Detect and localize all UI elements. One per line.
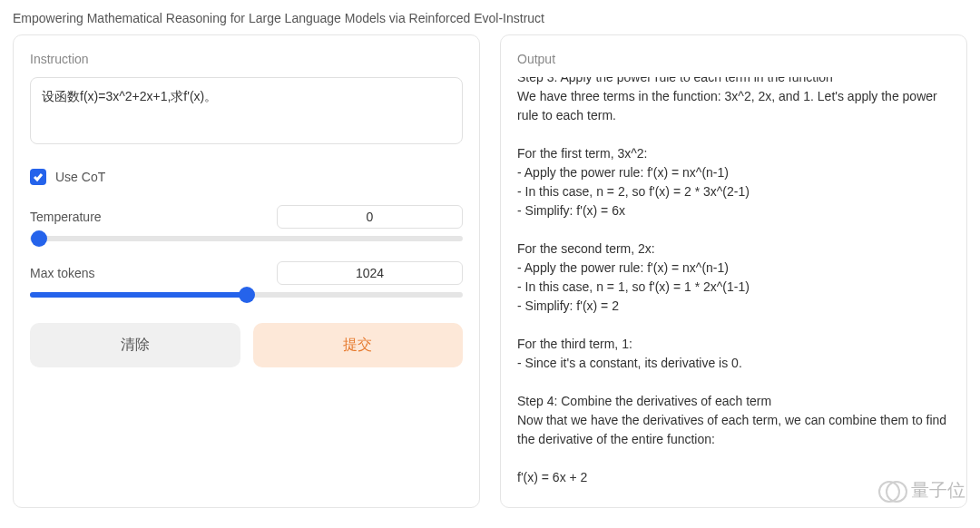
temperature-slider-thumb[interactable]	[31, 230, 47, 247]
max-tokens-slider-fill	[30, 292, 247, 298]
temperature-group: Temperature	[30, 205, 463, 241]
max-tokens-group: Max tokens	[30, 261, 463, 298]
instruction-input[interactable]	[30, 77, 463, 144]
main-container: Instruction Use CoT Temperature Max toke…	[0, 34, 980, 508]
max-tokens-label: Max tokens	[30, 266, 95, 280]
submit-button[interactable]: 提交	[253, 323, 464, 367]
input-panel: Instruction Use CoT Temperature Max toke…	[13, 34, 480, 508]
max-tokens-slider[interactable]	[30, 292, 463, 298]
instruction-label: Instruction	[30, 52, 463, 66]
use-cot-label: Use CoT	[55, 170, 105, 184]
max-tokens-value-input[interactable]	[277, 261, 463, 285]
use-cot-row: Use CoT	[30, 169, 463, 185]
output-content[interactable]: Step 3: Apply the power rule to each ter…	[517, 77, 950, 491]
check-icon	[33, 171, 44, 182]
output-panel: Output Step 3: Apply the power rule to e…	[500, 34, 967, 508]
max-tokens-slider-thumb[interactable]	[239, 287, 255, 303]
temperature-value-input[interactable]	[277, 205, 463, 229]
temperature-label: Temperature	[30, 210, 102, 224]
temperature-slider[interactable]	[30, 236, 463, 241]
button-row: 清除 提交	[30, 323, 463, 367]
use-cot-checkbox[interactable]	[30, 169, 46, 185]
clear-button[interactable]: 清除	[30, 323, 240, 367]
output-label: Output	[517, 52, 950, 66]
page-title: Empowering Mathematical Reasoning for La…	[0, 0, 980, 34]
